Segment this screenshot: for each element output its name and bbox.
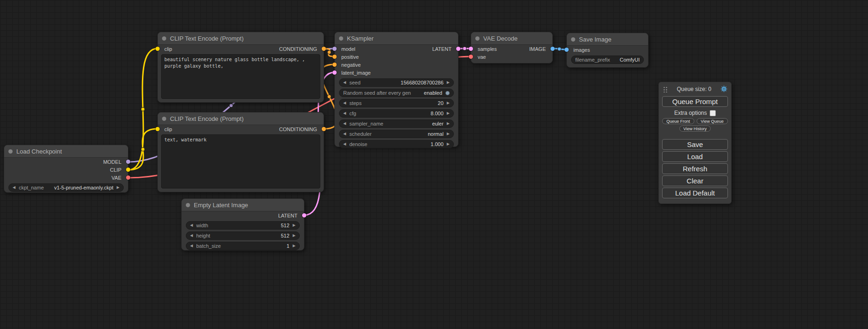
output-slot-vae[interactable]: VAE xyxy=(112,175,123,181)
decrement-arrow-icon[interactable]: ◀ xyxy=(343,112,346,115)
input-slot-vae[interactable]: vae xyxy=(476,54,486,60)
image-slot-dot-icon[interactable] xyxy=(550,47,555,51)
queue-prompt-button[interactable]: Queue Prompt xyxy=(662,96,728,107)
increment-arrow-icon[interactable]: ▶ xyxy=(293,234,296,238)
output-slot-conditioning[interactable]: CONDITIONING xyxy=(279,126,319,132)
clip-slot-dot-icon[interactable] xyxy=(126,168,130,172)
widget-ckpt-name[interactable]: ◀ ckpt_name v1-5-pruned-emaonly.ckpt ▶ xyxy=(8,183,124,192)
collapse-dot-icon[interactable] xyxy=(8,149,13,154)
node-title-bar[interactable]: Empty Latent Image xyxy=(182,199,304,211)
decrement-arrow-icon[interactable]: ◀ xyxy=(343,81,346,84)
latent-slot-dot-icon[interactable] xyxy=(332,70,337,75)
latent-slot-dot-icon[interactable] xyxy=(302,213,306,217)
prompt-textarea[interactable]: beautiful scenery nature glass bottle la… xyxy=(161,54,320,99)
widget-denoise[interactable]: ◀ denoise 1.000 ▶ xyxy=(339,140,454,148)
drag-handle-icon[interactable] xyxy=(663,86,668,92)
collapse-dot-icon[interactable] xyxy=(162,36,166,41)
increment-arrow-icon[interactable]: ▶ xyxy=(293,224,296,227)
output-slot-conditioning[interactable]: CONDITIONING xyxy=(279,46,319,52)
increment-arrow-icon[interactable]: ▶ xyxy=(117,186,120,189)
node-title-bar[interactable]: Save Image xyxy=(567,33,648,46)
node-load-checkpoint[interactable]: Load Checkpoint MODEL CLIP VAE ◀ ckpt_na… xyxy=(4,145,128,193)
node-clip-text-encode-negative[interactable]: CLIP Text Encode (Prompt) clip CONDITION… xyxy=(157,112,324,192)
widget-batch-size[interactable]: ◀ batch_size 1 ▶ xyxy=(186,242,300,250)
load-default-button[interactable]: Load Default xyxy=(662,188,728,198)
prompt-textarea[interactable]: text, watermark xyxy=(161,134,320,189)
collapse-dot-icon[interactable] xyxy=(339,36,343,41)
increment-arrow-icon[interactable]: ▶ xyxy=(447,101,450,105)
widget-filename-prefix[interactable]: filename_prefix ComfyUI xyxy=(571,56,644,64)
widget-scheduler[interactable]: ◀ scheduler normal ▶ xyxy=(339,130,454,138)
output-slot-image[interactable]: IMAGE xyxy=(529,46,548,52)
increment-arrow-icon[interactable]: ▶ xyxy=(447,132,450,136)
decrement-arrow-icon[interactable]: ◀ xyxy=(190,234,193,238)
increment-arrow-icon[interactable]: ▶ xyxy=(447,122,450,126)
output-slot-model[interactable]: MODEL xyxy=(103,159,123,165)
model-slot-dot-icon[interactable] xyxy=(126,160,130,164)
conditioning-slot-dot-icon[interactable] xyxy=(332,55,337,59)
latent-slot-dot-icon[interactable] xyxy=(456,47,460,51)
queue-front-button[interactable]: Queue Front xyxy=(662,118,694,124)
node-title-bar[interactable]: CLIP Text Encode (Prompt) xyxy=(158,112,324,125)
collapse-dot-icon[interactable] xyxy=(186,203,190,207)
decrement-arrow-icon[interactable]: ◀ xyxy=(190,224,193,227)
settings-gear-icon[interactable] xyxy=(720,85,727,92)
widget-width[interactable]: ◀ width 512 ▶ xyxy=(186,221,300,230)
node-title-bar[interactable]: Load Checkpoint xyxy=(4,145,128,158)
save-button[interactable]: Save xyxy=(662,139,728,150)
increment-arrow-icon[interactable]: ▶ xyxy=(293,244,296,248)
input-slot-samples[interactable]: samples xyxy=(476,46,497,52)
clip-slot-dot-icon[interactable] xyxy=(155,127,160,131)
input-slot-positive[interactable]: positive xyxy=(339,54,359,60)
collapse-dot-icon[interactable] xyxy=(571,37,575,42)
node-title-bar[interactable]: VAE Decode xyxy=(471,32,552,45)
input-slot-clip[interactable]: clip xyxy=(162,126,172,132)
input-slot-model[interactable]: model xyxy=(339,46,355,52)
widget-height[interactable]: ◀ height 512 ▶ xyxy=(186,231,300,240)
vae-slot-dot-icon[interactable] xyxy=(126,175,130,180)
model-slot-dot-icon[interactable] xyxy=(332,47,337,51)
node-graph-canvas[interactable]: Load Checkpoint MODEL CLIP VAE ◀ ckpt_na… xyxy=(0,0,868,329)
decrement-arrow-icon[interactable]: ◀ xyxy=(13,186,15,189)
vae-slot-dot-icon[interactable] xyxy=(469,55,473,59)
extra-options-checkbox[interactable] xyxy=(710,110,716,116)
increment-arrow-icon[interactable]: ▶ xyxy=(447,112,450,115)
input-slot-images[interactable]: images xyxy=(572,47,590,53)
node-title-bar[interactable]: KSampler xyxy=(335,32,458,45)
increment-arrow-icon[interactable]: ▶ xyxy=(447,81,450,84)
output-slot-latent[interactable]: LATENT xyxy=(432,46,453,52)
increment-arrow-icon[interactable]: ▶ xyxy=(447,142,450,146)
view-queue-button[interactable]: View Queue xyxy=(697,118,728,124)
toggle-indicator-icon[interactable] xyxy=(445,91,450,95)
collapse-dot-icon[interactable] xyxy=(475,36,480,41)
image-slot-dot-icon[interactable] xyxy=(565,48,569,52)
node-empty-latent-image[interactable]: Empty Latent Image LATENT ◀ width 512 ▶ … xyxy=(181,198,304,251)
input-slot-negative[interactable]: negative xyxy=(339,62,361,68)
conditioning-slot-dot-icon[interactable] xyxy=(322,47,326,51)
node-title-bar[interactable]: CLIP Text Encode (Prompt) xyxy=(158,32,324,45)
widget-sampler-name[interactable]: ◀ sampler_name euler ▶ xyxy=(339,119,454,128)
node-clip-text-encode-positive[interactable]: CLIP Text Encode (Prompt) clip CONDITION… xyxy=(157,32,324,103)
decrement-arrow-icon[interactable]: ◀ xyxy=(343,132,346,136)
widget-cfg[interactable]: ◀ cfg 8.000 ▶ xyxy=(339,109,454,118)
input-slot-clip[interactable]: clip xyxy=(162,46,172,52)
decrement-arrow-icon[interactable]: ◀ xyxy=(343,101,346,105)
conditioning-slot-dot-icon[interactable] xyxy=(332,63,337,67)
output-slot-clip[interactable]: CLIP xyxy=(110,167,123,173)
widget-random-seed-toggle[interactable]: Random seed after every gen enabled xyxy=(339,89,454,97)
decrement-arrow-icon[interactable]: ◀ xyxy=(343,142,346,146)
node-vae-decode[interactable]: VAE Decode samples IMAGE vae xyxy=(471,32,553,63)
node-ksampler[interactable]: KSampler model LATENT positive negative xyxy=(334,32,459,147)
conditioning-slot-dot-icon[interactable] xyxy=(322,127,326,131)
latent-slot-dot-icon[interactable] xyxy=(469,47,473,51)
clear-button[interactable]: Clear xyxy=(662,175,728,186)
decrement-arrow-icon[interactable]: ◀ xyxy=(343,122,346,126)
clip-slot-dot-icon[interactable] xyxy=(155,47,160,51)
output-slot-latent[interactable]: LATENT xyxy=(278,213,299,218)
load-button[interactable]: Load xyxy=(662,151,728,162)
collapse-dot-icon[interactable] xyxy=(162,117,166,121)
queue-menu-panel[interactable]: Queue size: 0 Queue Prompt Extra options… xyxy=(658,82,732,204)
decrement-arrow-icon[interactable]: ◀ xyxy=(190,244,193,248)
view-history-button[interactable]: View History xyxy=(679,126,711,132)
widget-seed[interactable]: ◀ seed 156680208700286 ▶ xyxy=(339,78,454,87)
